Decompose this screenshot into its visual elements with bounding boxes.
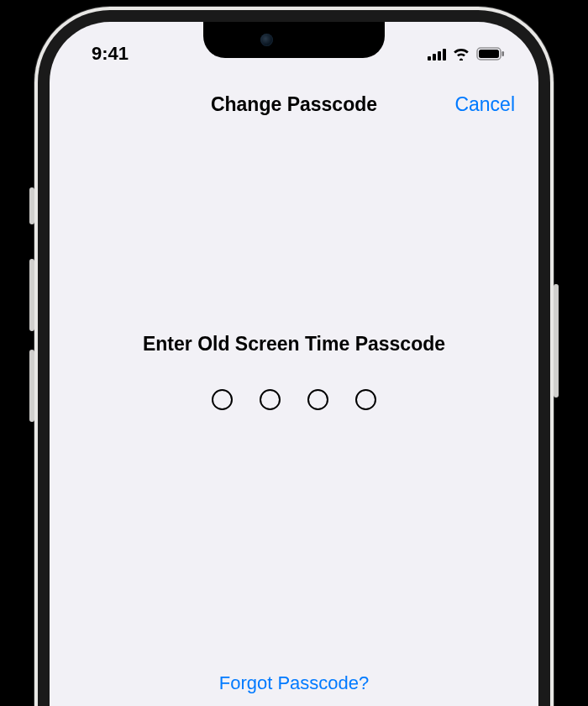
battery-icon xyxy=(476,47,505,61)
front-camera xyxy=(260,34,273,46)
passcode-dot xyxy=(307,389,328,410)
silent-switch xyxy=(29,187,34,224)
passcode-entry: Enter Old Screen Time Passcode xyxy=(50,129,538,410)
volume-up-button xyxy=(29,259,34,331)
nav-bar: Change Passcode Cancel xyxy=(50,79,538,129)
passcode-dots[interactable] xyxy=(212,389,376,410)
passcode-prompt: Enter Old Screen Time Passcode xyxy=(143,333,445,356)
cellular-icon xyxy=(428,48,446,61)
status-time: 9:41 xyxy=(92,43,129,65)
svg-rect-2 xyxy=(502,51,505,56)
status-icons xyxy=(428,47,505,61)
screen: 9:41 xyxy=(50,22,538,706)
phone-frame: 9:41 xyxy=(34,7,554,706)
svg-rect-1 xyxy=(479,50,499,58)
phone-bezel: 9:41 xyxy=(38,10,550,706)
cancel-button[interactable]: Cancel xyxy=(454,93,515,116)
passcode-dot xyxy=(212,389,233,410)
wifi-icon xyxy=(452,47,470,61)
passcode-dot xyxy=(355,389,376,410)
notch xyxy=(203,22,385,58)
nav-title: Change Passcode xyxy=(211,93,377,116)
power-button xyxy=(554,284,559,398)
forgot-passcode-link[interactable]: Forgot Passcode? xyxy=(50,672,538,703)
volume-down-button xyxy=(29,350,34,422)
passcode-dot xyxy=(260,389,281,410)
